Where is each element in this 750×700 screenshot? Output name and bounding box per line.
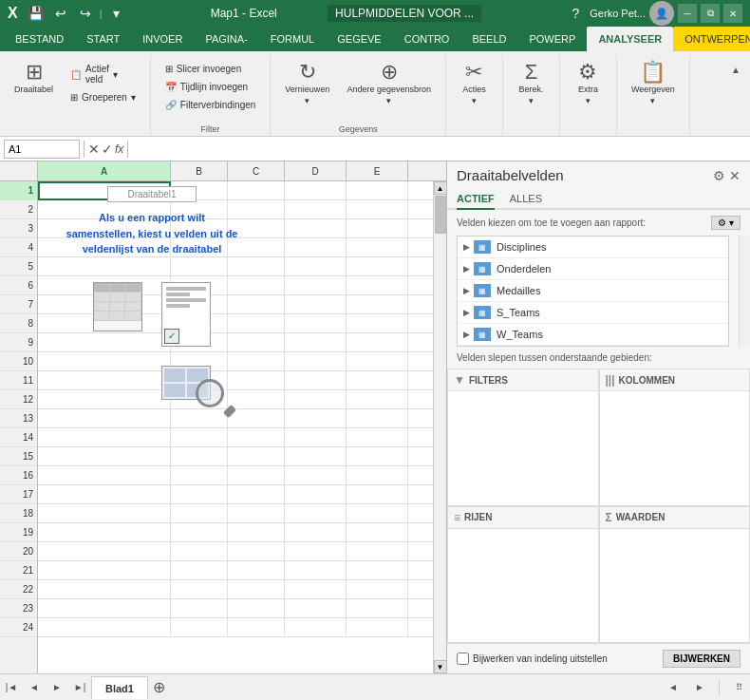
cell-e22[interactable] (347, 580, 408, 599)
cell-a5[interactable] (38, 257, 171, 276)
cell-e4[interactable] (347, 238, 408, 257)
cell-b22[interactable] (171, 580, 228, 599)
cell-e5[interactable] (347, 257, 408, 276)
row-num-17[interactable]: 17 (0, 485, 37, 504)
row-num-23[interactable]: 23 (0, 599, 37, 618)
cell-e14[interactable] (347, 428, 408, 447)
cell-c21[interactable] (228, 561, 285, 580)
cell-e21[interactable] (347, 561, 408, 580)
cell-b3[interactable] (171, 219, 228, 238)
cell-d24[interactable] (285, 618, 347, 637)
cell-c13[interactable] (228, 409, 285, 428)
cell-e12[interactable] (347, 390, 408, 409)
col-header-c[interactable]: C (228, 161, 285, 180)
cell-b16[interactable] (171, 466, 228, 485)
cell-c9[interactable] (228, 333, 285, 352)
cell-b23[interactable] (171, 599, 228, 618)
defer-update-checkbox[interactable] (457, 653, 469, 665)
cell-c5[interactable] (228, 257, 285, 276)
cell-d13[interactable] (285, 409, 347, 428)
help-button[interactable]: ? (565, 3, 586, 24)
tab-beeld[interactable]: BEELD (460, 27, 517, 51)
add-sheet-button[interactable]: ⊕ (148, 676, 171, 699)
berek-button[interactable]: Σ Berek. ▾ (511, 57, 551, 110)
cell-a2[interactable] (38, 200, 171, 219)
slicer-invoegen-button[interactable]: ⊞ Slicer invoegen (159, 61, 263, 77)
pivot-rijen-content[interactable] (448, 529, 598, 643)
cell-b14[interactable] (171, 428, 228, 447)
cell-d19[interactable] (285, 523, 347, 542)
cell-a14[interactable] (38, 428, 171, 447)
pivot-field-medailles[interactable]: ▶ ▦ Medailles (458, 280, 728, 302)
acties-dropdown[interactable]: ▾ (472, 96, 477, 105)
cell-e15[interactable] (347, 447, 408, 466)
sheet-nav-first-button[interactable]: |◄ (0, 676, 23, 699)
cell-e24[interactable] (347, 618, 408, 637)
cell-d1[interactable] (285, 181, 347, 200)
sheet-resize-button[interactable]: ⠿ (727, 676, 750, 699)
cell-a23[interactable] (38, 599, 171, 618)
cell-b18[interactable] (171, 504, 228, 523)
cell-e13[interactable] (347, 409, 408, 428)
cell-e6[interactable] (347, 276, 408, 295)
cell-d11[interactable] (285, 371, 347, 390)
pivot-fields-scrollbar[interactable] (739, 236, 750, 347)
row-num-16[interactable]: 16 (0, 466, 37, 485)
berek-dropdown[interactable]: ▾ (529, 96, 534, 105)
pivot-kolommen-content[interactable] (600, 391, 750, 505)
row-num-6[interactable]: 6 (0, 276, 37, 295)
cell-a11[interactable] (38, 371, 171, 390)
cell-a10[interactable] (38, 352, 171, 371)
row-num-13[interactable]: 13 (0, 409, 37, 428)
filterverbindingen-button[interactable]: 🔗 Filterverbindingen (159, 97, 263, 113)
formula-input[interactable] (132, 140, 746, 159)
cell-b7[interactable] (171, 295, 228, 314)
cell-a20[interactable] (38, 542, 171, 561)
cell-c20[interactable] (228, 542, 285, 561)
cell-a6[interactable] (38, 276, 171, 295)
cell-b6[interactable] (171, 276, 228, 295)
cell-a13[interactable] (38, 409, 171, 428)
tab-bestand[interactable]: BESTAND (4, 27, 75, 51)
row-num-10[interactable]: 10 (0, 352, 37, 371)
pivot-field-wteams[interactable]: ▶ ▦ W_Teams (458, 324, 728, 346)
row-num-22[interactable]: 22 (0, 580, 37, 599)
pivot-fields-settings-button[interactable]: ⚙ ▾ (711, 216, 741, 230)
cell-d17[interactable] (285, 485, 347, 504)
close-button[interactable]: ✕ (723, 4, 742, 23)
cell-a4[interactable] (38, 238, 171, 257)
row-num-7[interactable]: 7 (0, 295, 37, 314)
cell-a3[interactable] (38, 219, 171, 238)
cell-c3[interactable] (228, 219, 285, 238)
cell-b9[interactable] (171, 333, 228, 352)
cell-b19[interactable] (171, 523, 228, 542)
draaitabel-button[interactable]: ⊞ Draaitabel (8, 57, 60, 99)
sheet-tab-blad1[interactable]: Blad1 (91, 676, 148, 699)
cell-e16[interactable] (347, 466, 408, 485)
cell-a18[interactable] (38, 504, 171, 523)
cell-c12[interactable] (228, 390, 285, 409)
cell-a1[interactable] (38, 181, 171, 200)
sheet-scroll-left-button[interactable]: ► (688, 676, 711, 699)
cell-d18[interactable] (285, 504, 347, 523)
cell-d20[interactable] (285, 542, 347, 561)
cell-d14[interactable] (285, 428, 347, 447)
pivot-waarden-content[interactable] (600, 529, 750, 643)
minimize-button[interactable]: ─ (678, 4, 697, 23)
cell-c19[interactable] (228, 523, 285, 542)
cell-d10[interactable] (285, 352, 347, 371)
cell-e10[interactable] (347, 352, 408, 371)
cell-d12[interactable] (285, 390, 347, 409)
cell-d2[interactable] (285, 200, 347, 219)
scroll-thumb[interactable] (435, 196, 446, 234)
tab-invoer[interactable]: INVOER (131, 27, 194, 51)
cell-a21[interactable] (38, 561, 171, 580)
cell-e18[interactable] (347, 504, 408, 523)
confirm-formula-button[interactable]: ✓ (102, 142, 113, 157)
cell-b11[interactable] (171, 371, 228, 390)
cell-d16[interactable] (285, 466, 347, 485)
cell-e20[interactable] (347, 542, 408, 561)
scroll-track[interactable] (434, 195, 447, 660)
cell-d5[interactable] (285, 257, 347, 276)
cell-b5[interactable] (171, 257, 228, 276)
